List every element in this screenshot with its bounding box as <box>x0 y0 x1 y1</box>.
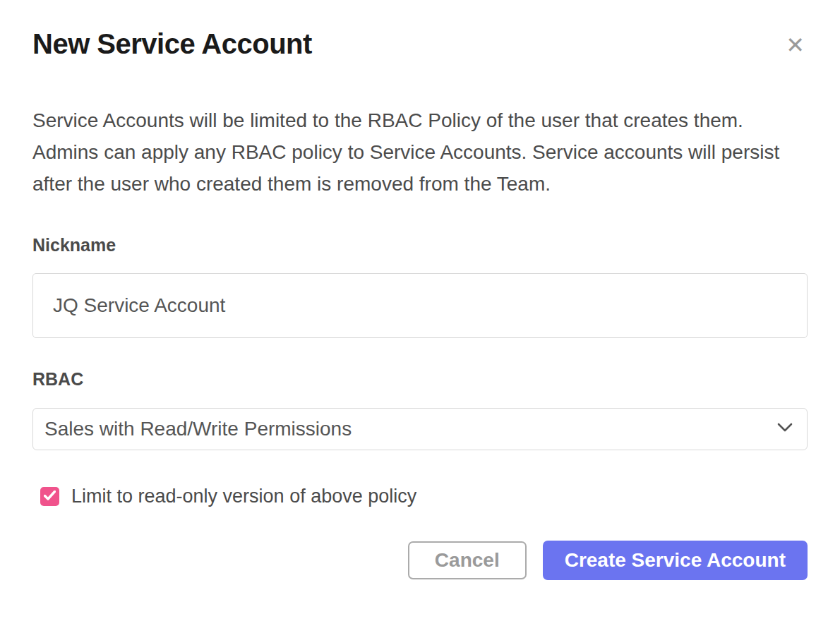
check-icon <box>44 490 56 502</box>
modal-title: New Service Account <box>32 28 312 59</box>
nickname-input[interactable] <box>32 273 808 338</box>
rbac-label: RBAC <box>32 369 808 390</box>
cancel-button[interactable]: Cancel <box>408 541 527 579</box>
rbac-select[interactable]: Sales with Read/Write Permissions <box>32 408 808 450</box>
modal-header: New Service Account ✕ <box>32 0 808 59</box>
read-only-checkbox-label[interactable]: Limit to read-only version of above poli… <box>71 486 416 507</box>
close-icon[interactable]: ✕ <box>783 31 808 59</box>
create-service-account-button[interactable]: Create Service Account <box>543 541 808 580</box>
rbac-selected-value: Sales with Read/Write Permissions <box>44 418 352 440</box>
modal-description: Service Accounts will be limited to the … <box>32 104 808 200</box>
modal-footer: Cancel Create Service Account <box>32 541 808 580</box>
read-only-checkbox-row: Limit to read-only version of above poli… <box>40 486 808 507</box>
chevron-down-icon <box>777 423 796 435</box>
nickname-label: Nickname <box>32 235 808 255</box>
new-service-account-modal: New Service Account ✕ Service Accounts w… <box>0 0 840 580</box>
read-only-checkbox[interactable] <box>40 487 59 506</box>
